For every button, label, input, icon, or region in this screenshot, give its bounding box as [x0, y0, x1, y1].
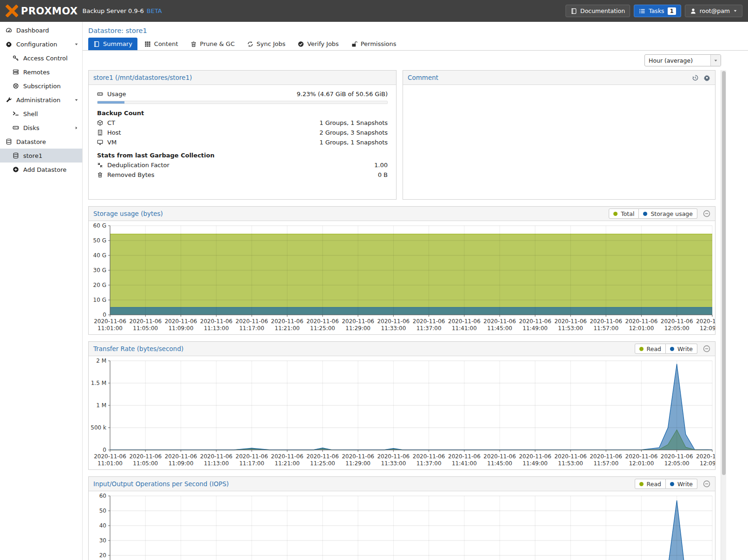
svg-text:11:49:00: 11:49:00 [523, 325, 548, 332]
app-header: PROXMOX Backup Server 0.9-6 BETA Documen… [0, 0, 748, 22]
svg-text:60 G: 60 G [93, 222, 106, 229]
svg-text:2020-11-06: 2020-11-06 [235, 453, 268, 460]
usage-bar [97, 101, 388, 104]
row-label: Host [107, 129, 121, 136]
sidebar-item-datastore[interactable]: Datastore [0, 135, 82, 149]
svg-text:2020-11-06: 2020-11-06 [519, 453, 552, 460]
legend-item-total[interactable]: Total [609, 208, 639, 219]
svg-text:2020-11-06: 2020-11-06 [448, 453, 481, 460]
svg-text:2020-11-06: 2020-11-06 [306, 453, 339, 460]
svg-text:2020-11-06: 2020-11-06 [413, 453, 445, 460]
legend-dot [670, 347, 674, 351]
tab-sync-jobs[interactable]: Sync Jobs [242, 38, 291, 50]
tasks-button[interactable]: Tasks 1 [634, 5, 681, 17]
svg-text:30: 30 [99, 537, 106, 544]
comment-body[interactable] [403, 85, 715, 93]
svg-text:2020-11-06: 2020-11-06 [306, 318, 339, 325]
collapse-chart-icon[interactable] [703, 210, 710, 217]
vm-row: VM 1 Groups, 1 Snapshots [97, 137, 388, 147]
chevron-right-icon[interactable] [74, 126, 78, 130]
legend-item-storage-usage[interactable]: Storage usage [639, 208, 697, 219]
gauge-icon [6, 27, 12, 33]
sidebar-item-add-datastore[interactable]: Add Datastore [0, 163, 82, 176]
row-value: 0 B [378, 171, 388, 178]
sidebar-item-label: Administration [16, 97, 70, 104]
backup-count-heading: Backup Count [97, 105, 388, 118]
svg-text:11:37:00: 11:37:00 [416, 325, 442, 332]
sidebar-item-administration[interactable]: Administration [0, 93, 82, 107]
chart-legend: Read Write [635, 344, 710, 354]
database-icon [6, 138, 12, 145]
sidebar-item-subscription[interactable]: Subscription [0, 79, 82, 93]
svg-text:11:41:00: 11:41:00 [452, 460, 477, 467]
svg-text:2020-11-06: 2020-11-06 [413, 318, 445, 325]
svg-text:2020-11-06: 2020-11-06 [94, 453, 126, 460]
svg-text:50 G: 50 G [93, 237, 106, 244]
svg-text:30 G: 30 G [93, 267, 106, 273]
legend-item-write[interactable]: Write [666, 344, 697, 354]
svg-text:2020-11-06: 2020-11-06 [448, 318, 481, 325]
sidebar-item-shell[interactable]: Shell [0, 107, 82, 121]
host-row: Host 2 Groups, 3 Snapshots [97, 128, 388, 137]
svg-text:11:29:00: 11:29:00 [345, 460, 371, 467]
legend-dot [613, 212, 618, 216]
legend-item-write[interactable]: Write [666, 479, 697, 489]
history-icon[interactable] [692, 74, 699, 81]
beta-link[interactable]: BETA [147, 7, 162, 14]
legend-item-read[interactable]: Read [635, 479, 666, 489]
chevron-down-icon[interactable] [74, 42, 78, 46]
svg-text:12:01:00: 12:01:00 [629, 325, 654, 332]
sidebar: Dashboard Configuration Access Control R… [0, 22, 83, 560]
svg-text:12:09:00: 12:09:00 [700, 325, 715, 332]
tab-summary[interactable]: Summary [88, 38, 137, 50]
toolbar: Hour (average) [83, 51, 748, 70]
documentation-button[interactable]: Documentation [566, 5, 630, 17]
sidebar-item-access-control[interactable]: Access Control [0, 51, 82, 65]
svg-text:2020-11-06: 2020-11-06 [377, 318, 410, 325]
sidebar-item-dashboard[interactable]: Dashboard [0, 23, 82, 37]
product-subtitle: Backup Server 0.9-6 [83, 7, 144, 14]
chevron-down-icon [733, 9, 737, 13]
svg-text:1 M: 1 M [96, 402, 106, 409]
user-menu-button[interactable]: root@pam [685, 5, 742, 17]
iops-panel: Input/Output Operations per Second (IOPS… [88, 476, 715, 560]
svg-text:11:25:00: 11:25:00 [310, 325, 335, 332]
collapse-chart-icon[interactable] [703, 480, 710, 488]
panel-title: Comment [408, 74, 438, 81]
combo-trigger[interactable] [710, 55, 721, 66]
row-label: CT [107, 119, 115, 126]
scrollbar-thumb[interactable] [722, 71, 726, 475]
row-value: 1 Groups, 1 Snapshots [319, 139, 388, 146]
sidebar-item-configuration[interactable]: Configuration [0, 37, 82, 51]
lifebuoy-icon [13, 83, 19, 89]
collapse-chart-icon[interactable] [703, 345, 710, 352]
legend-item-read[interactable]: Read [635, 344, 666, 354]
timeframe-select[interactable]: Hour (average) [644, 54, 721, 66]
tab-content[interactable]: Content [139, 38, 183, 50]
svg-text:2020-11-06: 2020-11-06 [342, 318, 374, 325]
sidebar-item-remotes[interactable]: Remotes [0, 65, 82, 79]
svg-text:11:45:00: 11:45:00 [487, 460, 512, 467]
vertical-scrollbar[interactable] [721, 70, 726, 560]
gear-icon[interactable] [703, 74, 710, 81]
comment-panel: Comment [403, 70, 715, 200]
chart-legend: Total Storage usage [609, 208, 710, 219]
plus-circle-icon [13, 166, 19, 173]
tab-permissions[interactable]: Permissions [346, 38, 402, 50]
svg-text:2020-11-06: 2020-11-06 [696, 453, 715, 460]
row-label: VM [107, 139, 117, 146]
usage-row: Usage 9.23% (4.67 GiB of 50.56 GiB) [97, 89, 388, 99]
tab-prune-gc[interactable]: Prune & GC [185, 38, 240, 50]
sidebar-item-disks[interactable]: Disks [0, 121, 82, 135]
tab-verify-jobs[interactable]: Verify Jobs [293, 38, 344, 50]
svg-text:11:01:00: 11:01:00 [98, 325, 123, 332]
gear-icon [6, 41, 12, 47]
sidebar-item-label: Shell [23, 111, 78, 117]
chevron-down-icon[interactable] [74, 98, 78, 102]
sidebar-item-store1[interactable]: store1 [0, 149, 82, 163]
cube-icon [97, 120, 103, 126]
legend-label: Read [647, 481, 661, 488]
key-icon [13, 55, 19, 61]
svg-text:12:01:00: 12:01:00 [629, 460, 654, 467]
timeframe-value: Hour (average) [645, 55, 710, 66]
